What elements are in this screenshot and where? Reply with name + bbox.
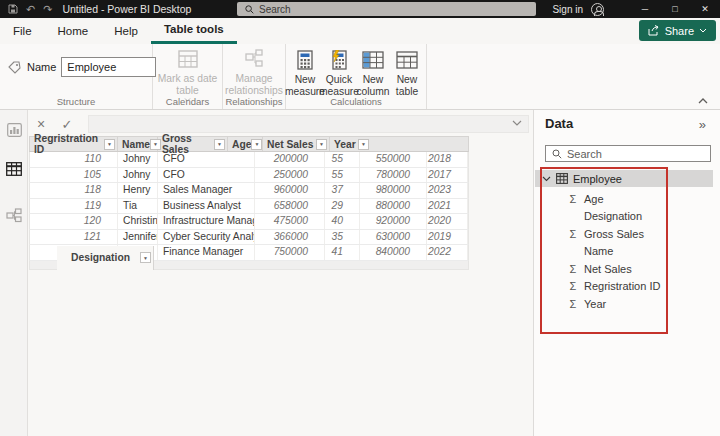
cell[interactable]: 2018 bbox=[427, 152, 468, 167]
data-pane-title: Data bbox=[545, 116, 573, 131]
field-item-regristration-id[interactable]: ΣRegristration ID bbox=[534, 278, 720, 296]
filter-dropdown-icon[interactable]: ▼ bbox=[358, 139, 369, 150]
column-header[interactable]: Gross Sales▼ bbox=[158, 137, 228, 151]
search-icon bbox=[552, 149, 562, 159]
cell[interactable]: 55 bbox=[325, 152, 360, 167]
cell[interactable]: 29 bbox=[325, 199, 360, 214]
cell[interactable]: 750000 bbox=[255, 245, 325, 260]
cell[interactable]: 630000 bbox=[360, 230, 427, 245]
cell[interactable]: Johny bbox=[118, 168, 158, 183]
cell[interactable]: Henry bbox=[118, 183, 158, 198]
cell[interactable]: 840000 bbox=[360, 245, 427, 260]
table-node-employee[interactable]: Employee bbox=[535, 170, 713, 187]
cell[interactable]: Cyber Security Analyst bbox=[158, 230, 255, 245]
cell[interactable]: 121 bbox=[30, 230, 118, 245]
menu-home[interactable]: Home bbox=[45, 18, 102, 44]
relationships-icon bbox=[243, 49, 265, 69]
cell[interactable]: 2020 bbox=[427, 214, 468, 229]
menu-file[interactable]: File bbox=[0, 18, 45, 44]
field-item-name[interactable]: Name bbox=[534, 243, 720, 261]
filter-dropdown-icon[interactable]: ▼ bbox=[104, 139, 115, 150]
redo-icon[interactable]: ↷ bbox=[43, 0, 52, 18]
share-button[interactable]: Share bbox=[639, 20, 716, 41]
cell[interactable]: 980000 bbox=[360, 183, 427, 198]
filter-dropdown-icon[interactable]: ▼ bbox=[214, 139, 225, 150]
cell[interactable]: 920000 bbox=[360, 214, 427, 229]
field-item-year[interactable]: ΣYear bbox=[534, 295, 720, 313]
chevron-expanded-icon[interactable] bbox=[542, 176, 551, 182]
cell[interactable]: 40 bbox=[325, 214, 360, 229]
column-header[interactable]: Age▼ bbox=[228, 137, 263, 151]
cell[interactable]: 118 bbox=[30, 183, 118, 198]
column-header[interactable]: Designation▼ bbox=[57, 246, 154, 270]
cell[interactable]: Finance Manager bbox=[158, 245, 255, 260]
cell[interactable]: 55 bbox=[325, 168, 360, 183]
cell[interactable]: Johny bbox=[118, 152, 158, 167]
cell[interactable]: CFO bbox=[158, 168, 255, 183]
cell[interactable]: Business Analyst bbox=[158, 199, 255, 214]
table-name-input[interactable] bbox=[61, 57, 156, 77]
cell[interactable]: 2019 bbox=[427, 230, 468, 245]
cell[interactable]: 200000 bbox=[255, 152, 325, 167]
menu-help[interactable]: Help bbox=[101, 18, 151, 44]
cell[interactable]: 41 bbox=[325, 245, 360, 260]
cell[interactable]: Tia bbox=[118, 199, 158, 214]
column-header[interactable]: Year▼ bbox=[330, 137, 371, 151]
column-header[interactable]: Net Sales▼ bbox=[263, 137, 330, 151]
field-item-gross-sales[interactable]: ΣGross Sales bbox=[534, 225, 720, 243]
undo-icon[interactable]: ↶ bbox=[26, 0, 35, 18]
column-header[interactable]: Regristration ID▼ bbox=[30, 137, 118, 151]
cell[interactable]: Sales Manager bbox=[158, 183, 255, 198]
table-view-button[interactable] bbox=[0, 154, 28, 184]
cell[interactable]: 110 bbox=[30, 152, 118, 167]
collapse-ribbon-icon[interactable] bbox=[698, 98, 708, 104]
report-view-button[interactable] bbox=[0, 115, 28, 145]
cell[interactable]: 550000 bbox=[360, 152, 427, 167]
fields-search-input[interactable]: Search bbox=[545, 145, 711, 162]
cell[interactable]: 119 bbox=[30, 199, 118, 214]
cell[interactable]: CFO bbox=[158, 152, 255, 167]
manage-relationships-button[interactable]: Manage relationships bbox=[223, 44, 285, 97]
cell[interactable]: 658000 bbox=[255, 199, 325, 214]
close-button[interactable]: ✕ bbox=[690, 0, 720, 18]
minimize-button[interactable]: ─ bbox=[630, 0, 660, 18]
filter-dropdown-icon[interactable]: ▼ bbox=[140, 252, 151, 263]
commit-formula-icon[interactable]: ✓ bbox=[54, 117, 80, 132]
cell[interactable]: 475000 bbox=[255, 214, 325, 229]
cell[interactable]: 37 bbox=[325, 183, 360, 198]
field-item-age[interactable]: ΣAge bbox=[534, 190, 720, 208]
account-avatar-icon[interactable] bbox=[591, 3, 604, 16]
collapse-pane-icon[interactable]: » bbox=[699, 117, 706, 132]
cell[interactable]: 120 bbox=[30, 214, 118, 229]
model-view-button[interactable] bbox=[0, 200, 28, 230]
save-icon[interactable] bbox=[8, 4, 18, 14]
cell[interactable]: 880000 bbox=[360, 199, 427, 214]
cell[interactable]: 2017 bbox=[427, 168, 468, 183]
mark-as-date-table-button[interactable]: Mark as date table bbox=[153, 44, 222, 102]
column-header[interactable]: Name▼ bbox=[118, 137, 158, 151]
cancel-formula-icon[interactable]: × bbox=[28, 116, 54, 132]
name-field-label: Name bbox=[27, 61, 56, 73]
cell[interactable]: 780000 bbox=[360, 168, 427, 183]
cell[interactable]: 366000 bbox=[255, 230, 325, 245]
cell[interactable]: Christine bbox=[118, 214, 158, 229]
cell[interactable]: Jennifer bbox=[118, 230, 158, 245]
filter-dropdown-icon[interactable]: ▼ bbox=[316, 139, 327, 150]
field-item-net-sales[interactable]: ΣNet Sales bbox=[534, 260, 720, 278]
field-item-designation[interactable]: Designation bbox=[534, 208, 720, 226]
cell[interactable]: 35 bbox=[325, 230, 360, 245]
maximize-button[interactable]: □ bbox=[660, 0, 690, 18]
global-search-input[interactable]: Search bbox=[237, 2, 536, 16]
cell[interactable]: 960000 bbox=[255, 183, 325, 198]
cell[interactable]: Infrastructure Manager bbox=[158, 214, 255, 229]
cell[interactable]: 105 bbox=[30, 168, 118, 183]
cell[interactable]: 2022 bbox=[427, 245, 468, 260]
tab-table-tools[interactable]: Table tools bbox=[151, 18, 237, 44]
cell[interactable]: 250000 bbox=[255, 168, 325, 183]
cell[interactable]: 2021 bbox=[427, 199, 468, 214]
sign-in-button[interactable]: Sign in bbox=[552, 4, 583, 15]
expand-formula-chevron-icon[interactable] bbox=[512, 120, 522, 126]
cell[interactable]: 2023 bbox=[427, 183, 468, 198]
formula-input[interactable] bbox=[88, 115, 529, 133]
filter-dropdown-icon[interactable]: ▼ bbox=[251, 139, 262, 150]
